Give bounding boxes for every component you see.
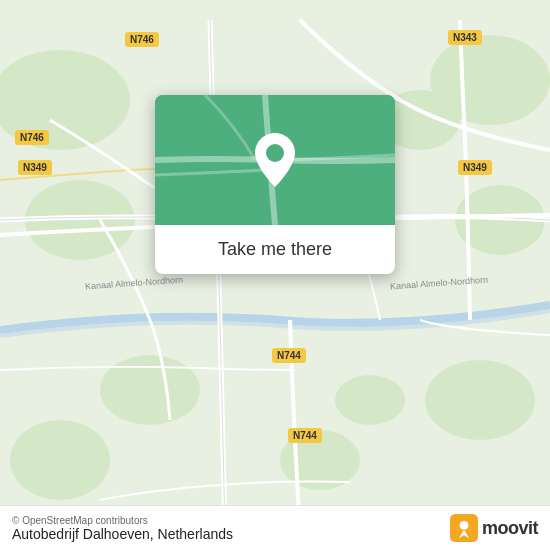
- location-pin: [250, 135, 300, 185]
- road-label-n349-right: N349: [458, 160, 492, 175]
- osm-credit: © OpenStreetMap contributors: [12, 515, 233, 526]
- map-container: N746 N746 N343 N349 N349 N744 N744 Kanaa…: [0, 0, 550, 550]
- road-label-n343: N343: [448, 30, 482, 45]
- svg-point-16: [460, 521, 469, 530]
- footer: © OpenStreetMap contributors Autobedrijf…: [0, 505, 550, 550]
- place-name: Autobedrijf Dalhoeven, Netherlands: [12, 526, 233, 542]
- road-label-n349-left: N349: [18, 160, 52, 175]
- svg-point-14: [266, 144, 284, 162]
- road-label-n744-bot: N744: [288, 428, 322, 443]
- svg-point-7: [425, 360, 535, 440]
- svg-point-9: [10, 420, 110, 500]
- take-me-there-button[interactable]: Take me there: [218, 239, 332, 260]
- moovit-logo: moovit: [450, 514, 538, 542]
- svg-point-11: [335, 375, 405, 425]
- svg-point-6: [100, 355, 200, 425]
- popup-button-section: Take me there: [155, 225, 395, 274]
- footer-left: © OpenStreetMap contributors Autobedrijf…: [12, 515, 233, 542]
- popup-card: Take me there: [155, 95, 395, 274]
- moovit-icon: [450, 514, 478, 542]
- road-label-n746-left: N746: [15, 130, 49, 145]
- popup-map-section: [155, 95, 395, 225]
- road-label-n744-mid: N744: [272, 348, 306, 363]
- moovit-text: moovit: [482, 518, 538, 539]
- road-label-n746-top: N746: [125, 32, 159, 47]
